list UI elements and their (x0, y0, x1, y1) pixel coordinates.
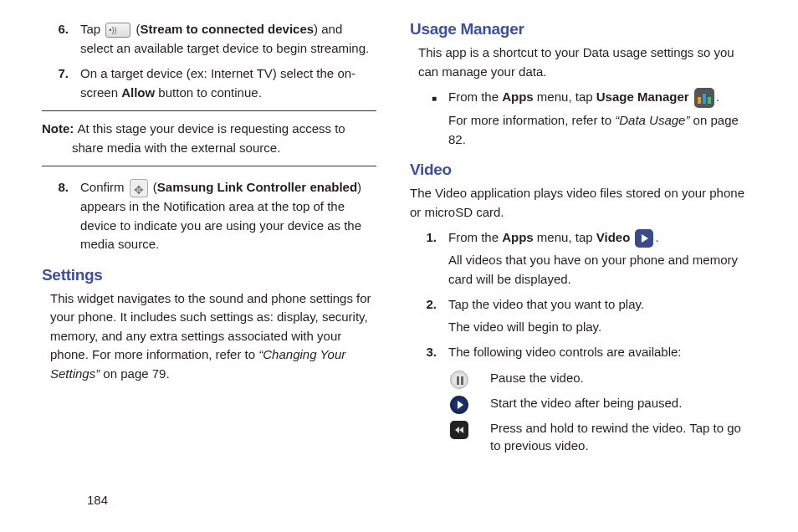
control-icon-cell (448, 394, 490, 414)
control-play: Start the video after being paused. (448, 394, 753, 414)
settings-heading: Settings (42, 266, 376, 284)
step-7: 7. On a target device (ex: Internet TV) … (42, 64, 376, 102)
usage-bullet: ■ From the Apps menu, tap Usage Manager … (410, 88, 753, 149)
step-body: Confirm (Samsung Link Controller enabled… (80, 178, 376, 254)
apps-label: Apps (502, 230, 534, 244)
text: Tap the video that you want to play. (448, 297, 644, 311)
usage-more: For more information, refer to “Data Usa… (448, 111, 753, 149)
text: . (716, 90, 719, 104)
step-6: 6. Tap (Stream to connected devices) and… (42, 20, 376, 58)
control-icon-cell (448, 369, 490, 389)
step-line2: The video will begin to play. (448, 318, 753, 337)
step-number: 1. (410, 228, 448, 289)
video-step-3: 3. The following video controls are avai… (410, 343, 753, 362)
rewind-icon (450, 421, 468, 439)
allow-label: Allow (121, 85, 155, 100)
text: From the (448, 90, 502, 104)
apps-label: Apps (502, 90, 534, 104)
text: Tap (80, 22, 104, 36)
step-body: Tap (Stream to connected devices) and se… (80, 20, 376, 58)
text: menu, tap (534, 90, 596, 104)
note-body: Note: At this stage your device is reque… (42, 120, 376, 157)
icon-label: Stream to connected devices (141, 22, 315, 36)
reference: “Data Usage” (615, 113, 689, 127)
text: From the (448, 230, 502, 244)
step-body: From the Apps menu, tap Video . All vide… (448, 228, 753, 289)
control-desc: Start the video after being paused. (490, 394, 753, 412)
step-body: On a target device (ex: Internet TV) sel… (80, 64, 376, 102)
text: button to continue. (155, 85, 262, 100)
pause-icon (450, 371, 468, 389)
control-desc: Press and hold to rewind the video. Tap … (490, 419, 753, 456)
bullet-marker: ■ (410, 88, 448, 149)
page-number: 184 (87, 493, 108, 507)
left-column: 6. Tap (Stream to connected devices) and… (42, 20, 376, 460)
video-step-1: 1. From the Apps menu, tap Video . All v… (410, 228, 753, 289)
step-8: 8. Confirm (Samsung Link Controller enab… (42, 178, 376, 254)
text: menu, tap (534, 230, 596, 244)
note-block: Note: At this stage your device is reque… (42, 110, 376, 166)
settings-body: This widget navigates to the sound and p… (42, 289, 376, 384)
note-label: Note: (42, 121, 78, 136)
usage-manager-heading: Usage Manager (410, 20, 753, 38)
step-line2: All videos that you have on your phone a… (448, 251, 753, 289)
usage-intro: This app is a shortcut to your Data usag… (410, 43, 753, 81)
step-number: 3. (410, 343, 448, 362)
video-heading: Video (410, 161, 753, 179)
control-desc: Pause the video. (490, 369, 753, 387)
video-intro: The Video application plays video files … (410, 184, 753, 222)
step-number: 6. (42, 20, 80, 58)
icon-label: Samsung Link Controller enabled (157, 180, 357, 194)
text: Confirm (80, 180, 128, 194)
usage-manager-icon (694, 88, 714, 108)
step-number: 7. (42, 64, 80, 102)
control-rewind: Press and hold to rewind the video. Tap … (448, 419, 753, 456)
right-column: Usage Manager This app is a shortcut to … (410, 20, 753, 460)
text: on page 79. (100, 366, 169, 381)
text: For more information, refer to (448, 113, 615, 127)
step-body: The following video controls are availab… (448, 343, 753, 362)
samsung-link-icon (130, 179, 148, 197)
usage-manager-label: Usage Manager (596, 90, 689, 104)
step-number: 2. (410, 295, 448, 336)
page-content: 6. Tap (Stream to connected devices) and… (0, 0, 798, 460)
text: . (655, 230, 658, 244)
play-icon (450, 396, 468, 414)
note-text: At this stage your device is requesting … (72, 121, 345, 155)
video-label: Video (596, 230, 631, 244)
bullet-body: From the Apps menu, tap Usage Manager . … (448, 88, 753, 149)
stream-icon (105, 23, 130, 38)
control-icon-cell (448, 419, 490, 439)
step-number: 8. (42, 178, 80, 254)
video-app-icon (635, 229, 653, 248)
step-body: Tap the video that you want to play. The… (448, 295, 753, 336)
video-step-2: 2. Tap the video that you want to play. … (410, 295, 753, 336)
control-pause: Pause the video. (448, 369, 753, 389)
